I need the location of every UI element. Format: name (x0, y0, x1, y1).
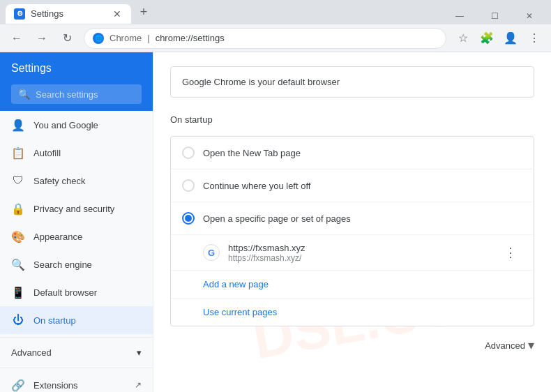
new-tab-button[interactable]: + (134, 3, 153, 22)
chevron-down-icon: ▾ (528, 338, 534, 353)
content-advanced-section[interactable]: Advanced ▾ (170, 326, 534, 359)
sidebar-item-label: Autofill (33, 148, 61, 158)
sidebar-item-label: On startup (33, 315, 76, 326)
appearance-icon: 🎨 (11, 229, 25, 243)
radio-label-continue: Continue where you left off (203, 181, 310, 191)
sidebar-item-default-browser[interactable]: 📱 Default browser (0, 278, 153, 306)
content-area: DSL.COM Google Chrome is your default br… (153, 52, 551, 392)
sidebar-item-label: Default browser (33, 287, 97, 298)
use-current-label: Use current pages (203, 307, 277, 317)
sidebar-item-search-engine[interactable]: 🔍 Search engine (0, 250, 153, 278)
sidebar-item-appearance[interactable]: 🎨 Appearance (0, 223, 153, 250)
chevron-down-icon: ▾ (137, 347, 142, 358)
address-bar[interactable]: 🌐 Chrome | chrome://settings (84, 28, 446, 49)
default-browser-icon: 📱 (11, 285, 25, 299)
sidebar-item-safety-check[interactable]: 🛡 Safety check (0, 167, 153, 195)
sidebar-item-on-startup[interactable]: ⏻ On startup (0, 306, 153, 334)
use-current-pages-button[interactable]: Use current pages (171, 299, 534, 326)
window-controls: — ☐ ✕ (444, 6, 545, 27)
address-separator: | (147, 33, 149, 43)
search-engine-icon: 🔍 (11, 257, 25, 271)
settings-tab[interactable]: ⚙ Settings ✕ (6, 4, 131, 24)
sidebar-divider (0, 337, 153, 338)
radio-option-specific[interactable]: Open a specific page or set of pages (171, 202, 534, 235)
sidebar-search-container: 🔍 (0, 84, 153, 111)
default-browser-box: Google Chrome is your default browser (170, 66, 534, 98)
search-bar[interactable]: 🔍 (11, 84, 142, 104)
page-url-main: https://fxsmash.xyz (228, 243, 490, 253)
autofill-icon: 📋 (11, 146, 25, 160)
search-input[interactable] (36, 89, 135, 100)
refresh-button[interactable]: ↻ (56, 27, 78, 50)
globe-icon: 🌐 (93, 33, 104, 44)
person-icon: 👤 (11, 118, 25, 132)
titlebar: ⚙ Settings ✕ + — ☐ ✕ (0, 0, 551, 24)
sidebar-item-privacy[interactable]: 🔒 Privacy and security (0, 195, 153, 223)
radio-circle-new-tab (182, 146, 195, 159)
add-new-page-button[interactable]: Add a new page (171, 271, 534, 299)
tab-favicon: ⚙ (14, 8, 25, 20)
add-page-label: Add a new page (203, 279, 269, 289)
sidebar-header: Settings (0, 52, 153, 84)
startup-options-panel: Open the New Tab page Continue where you… (170, 136, 534, 326)
account-button[interactable]: 👤 (499, 27, 522, 50)
sidebar-item-label: Appearance (33, 232, 82, 242)
extensions-button[interactable]: 🧩 (476, 27, 498, 50)
sidebar-divider-2 (0, 368, 153, 368)
page-options-button[interactable]: ⋮ (499, 242, 522, 263)
maximize-button[interactable]: ☐ (478, 6, 511, 27)
sidebar-item-label: Safety check (33, 176, 85, 186)
content-advanced-label: Advanced (485, 340, 525, 351)
sidebar-title: Settings (11, 62, 52, 74)
external-link-icon: ↗ (135, 380, 142, 390)
page-info: https://fxsmash.xyz https://fxsmash.xyz/ (228, 243, 490, 263)
back-button[interactable]: ← (6, 27, 28, 50)
radio-circle-continue (182, 179, 195, 192)
search-icon: 🔍 (18, 89, 30, 100)
page-url-sub: https://fxsmash.xyz/ (228, 253, 490, 263)
address-prefix: Chrome (110, 33, 142, 43)
sidebar-item-autofill[interactable]: 📋 Autofill (0, 139, 153, 167)
bookmark-button[interactable]: ☆ (452, 27, 474, 50)
lock-icon: 🔒 (11, 202, 25, 216)
radio-circle-specific (182, 212, 195, 225)
tab-close-button[interactable]: ✕ (112, 8, 123, 20)
sidebar: Settings 🔍 👤 You and Google 📋 Autofill 🛡… (0, 52, 153, 392)
close-window-button[interactable]: ✕ (513, 6, 545, 27)
radio-label-new-tab: Open the New Tab page (203, 148, 301, 158)
startup-page-item[interactable]: G https://fxsmash.xyz https://fxsmash.xy… (171, 235, 534, 271)
menu-button[interactable]: ⋮ (523, 27, 545, 50)
radio-option-new-tab[interactable]: Open the New Tab page (171, 137, 534, 169)
radio-label-specific: Open a specific page or set of pages (203, 213, 351, 224)
extensions-label: Extensions (33, 380, 78, 391)
navbar: ← → ↻ 🌐 Chrome | chrome://settings ☆ 🧩 👤… (0, 24, 551, 52)
sidebar-advanced-section[interactable]: Advanced ▾ (0, 340, 153, 365)
default-browser-text: Google Chrome is your default browser (182, 77, 340, 87)
advanced-label: Advanced (11, 347, 52, 358)
minimize-button[interactable]: — (444, 6, 476, 27)
shield-icon: 🛡 (11, 174, 25, 188)
startup-icon: ⏻ (11, 313, 25, 327)
sidebar-item-you-and-google[interactable]: 👤 You and Google (0, 111, 153, 139)
on-startup-title: On startup (170, 114, 534, 125)
sidebar-item-label: Privacy and security (33, 204, 114, 214)
google-g-icon: G (203, 244, 220, 261)
extensions-icon: 🔗 (11, 378, 25, 392)
tab-title: Settings (31, 8, 63, 19)
sidebar-item-label: Search engine (33, 259, 92, 270)
main-layout: Settings 🔍 👤 You and Google 📋 Autofill 🛡… (0, 52, 551, 392)
radio-option-continue[interactable]: Continue where you left off (171, 169, 534, 202)
sidebar-item-extensions[interactable]: 🔗 Extensions ↗ (0, 371, 153, 392)
forward-button[interactable]: → (31, 27, 53, 50)
address-text: chrome://settings (156, 33, 225, 43)
sidebar-item-label: You and Google (33, 120, 98, 130)
nav-icons: ☆ 🧩 👤 ⋮ (452, 27, 545, 50)
